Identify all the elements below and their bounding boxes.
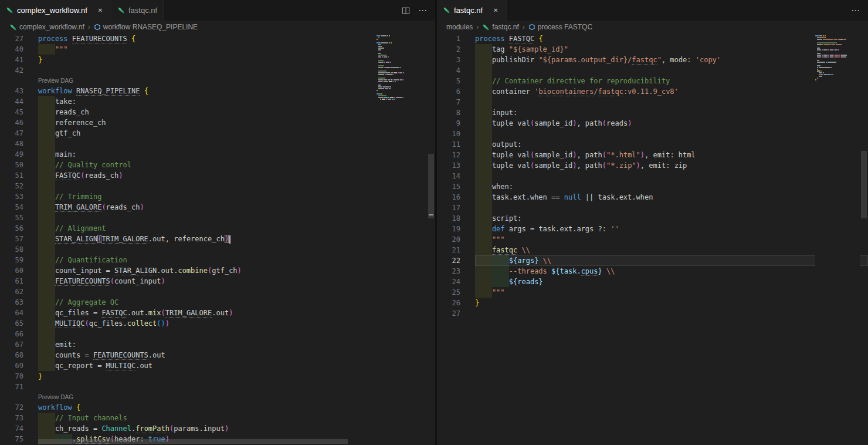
minimap[interactable] <box>377 33 427 445</box>
split-editor-icon[interactable] <box>402 6 410 15</box>
line-number: 66 <box>0 329 23 339</box>
code-line: 52 <box>0 181 435 191</box>
breadcrumb-item[interactable]: complex_workflow.nf <box>9 23 84 31</box>
code-content[interactable]: counts = FEATURECOUNTS.out <box>38 350 435 360</box>
code-line: 11output: <box>437 139 868 150</box>
code-content[interactable] <box>38 382 435 392</box>
minimap[interactable] <box>815 33 860 445</box>
codelens-link[interactable]: Preview DAG <box>38 392 73 402</box>
close-icon[interactable]: ✕ <box>491 6 500 15</box>
code-content[interactable] <box>475 308 868 319</box>
code-content[interactable]: """ <box>475 287 868 298</box>
code-content[interactable]: """ <box>38 44 435 55</box>
code-content[interactable]: container 'biocontainers/fastqc:v0.11.9_… <box>475 86 868 97</box>
line-number: 55 <box>0 213 23 223</box>
code-content[interactable]: } <box>475 298 868 308</box>
code-content[interactable]: """ <box>475 234 868 245</box>
code-content[interactable]: --threads ${task.cpus} \\ <box>475 266 868 277</box>
code-content[interactable]: task.ext.when == null || task.ext.when <box>475 192 868 203</box>
code-content[interactable]: fastqc \\ <box>475 245 868 255</box>
breadcrumb-label: workflow RNASEQ_PIPELINE <box>103 23 198 31</box>
code-content[interactable]: workflow RNASEQ_PIPELINE { <box>38 86 435 96</box>
code-content[interactable]: } <box>38 371 435 382</box>
vertical-scrollbar[interactable] <box>427 33 435 445</box>
code-content[interactable]: // Input channels <box>38 413 435 423</box>
code-content[interactable]: qc_report = MULTIQC.out <box>38 360 435 371</box>
breadcrumb: modules›fastqc.nf›process FASTQC <box>437 21 868 33</box>
code-content[interactable]: tuple val(sample_id), path("*.zip"), emi… <box>475 160 868 171</box>
code-content[interactable]: input: <box>475 107 868 118</box>
code-content[interactable]: workflow { <box>38 402 435 413</box>
code-content[interactable]: process FEATURECOUNTS { <box>38 33 435 44</box>
code-content[interactable] <box>38 329 435 339</box>
code-content[interactable] <box>475 97 868 107</box>
code-content[interactable]: ${args} \\ <box>475 255 868 266</box>
code-content[interactable]: // Container directive for reproducibili… <box>475 76 868 86</box>
code-content[interactable] <box>475 65 868 76</box>
code-content[interactable] <box>475 129 868 139</box>
code-content[interactable]: MULTIQC(qc_files.collect()) <box>38 318 435 329</box>
more-icon[interactable]: ⋯ <box>851 6 860 15</box>
scrollbar-slider[interactable] <box>861 151 867 218</box>
code-content[interactable] <box>38 244 435 255</box>
code-content[interactable] <box>38 139 435 149</box>
code-content[interactable]: count_input = STAR_ALIGN.out.combine(gtf… <box>38 265 435 276</box>
code-content[interactable]: main: <box>38 149 435 160</box>
code-content[interactable] <box>475 171 868 181</box>
tab-complex_workflow.nf[interactable]: complex_workflow.nf✕ <box>0 0 111 21</box>
code-content[interactable] <box>38 286 435 297</box>
code-content[interactable]: // Quality control <box>38 160 435 170</box>
code-content[interactable]: reads_ch <box>38 107 435 117</box>
code-content[interactable]: emit: <box>38 339 435 350</box>
code-content[interactable]: STAR_ALIGN(TRIM_GALORE.out, reference_ch… <box>38 234 435 244</box>
code-content[interactable]: // Trimming <box>38 191 435 202</box>
code-content[interactable]: def args = task.ext.args ?: '' <box>475 224 868 234</box>
code-content[interactable]: take: <box>38 96 435 107</box>
line-number: 56 <box>0 223 23 234</box>
code-content[interactable] <box>475 203 868 213</box>
line-number: 2 <box>437 44 460 55</box>
editor[interactable]: 27process FEATURECOUNTS {40"""41}42Previ… <box>0 33 435 445</box>
code-content[interactable]: gtf_ch <box>38 128 435 139</box>
codelens-link[interactable]: Preview DAG <box>38 76 73 86</box>
code-content[interactable]: process FASTQC { <box>475 33 868 44</box>
tab-fastqc.nf[interactable]: fastqc.nf✕ <box>437 0 507 21</box>
breadcrumb-item[interactable]: process FASTQC <box>528 23 592 31</box>
breadcrumb-item[interactable]: fastqc.nf <box>482 23 518 31</box>
code-content[interactable]: ch_reads = Channel.fromPath(params.input… <box>38 423 435 434</box>
code-content[interactable]: tuple val(sample_id), path("*.html"), em… <box>475 150 868 160</box>
code-content[interactable]: when: <box>475 181 868 192</box>
code-content[interactable]: // Aggregate QC <box>38 297 435 308</box>
code-content[interactable]: FEATURECOUNTS(count_input) <box>38 276 435 286</box>
breadcrumb-item[interactable]: modules <box>446 23 473 31</box>
code-content[interactable]: reference_ch <box>38 117 435 128</box>
code-content[interactable]: script: <box>475 213 868 224</box>
code-content[interactable]: // Quantification <box>38 255 435 265</box>
breadcrumb-item[interactable]: workflow RNASEQ_PIPELINE <box>94 23 198 31</box>
code-content[interactable]: tuple val(sample_id), path(reads) <box>475 118 868 129</box>
code-content[interactable]: FASTQC(reads_ch) <box>38 170 435 181</box>
more-icon[interactable]: ⋯ <box>418 6 427 15</box>
code-content[interactable]: } <box>38 55 435 65</box>
scrollbar-slider[interactable] <box>428 154 434 218</box>
close-icon[interactable]: ✕ <box>96 6 105 15</box>
line-number: 69 <box>0 360 23 371</box>
line-number: 70 <box>0 371 23 382</box>
code-content[interactable]: qc_files = FASTQC.out.mix(TRIM_GALORE.ou… <box>38 308 435 318</box>
code-content[interactable]: TRIM_GALORE(reads_ch) <box>38 202 435 213</box>
horizontal-scrollbar[interactable] <box>38 439 348 444</box>
vertical-scrollbar[interactable] <box>860 33 868 445</box>
code-content[interactable] <box>38 213 435 223</box>
code-line: 42 <box>0 65 435 76</box>
code-content[interactable] <box>38 181 435 191</box>
code-content[interactable]: ${reads} <box>475 277 868 287</box>
code-content[interactable]: // Alignment <box>38 223 435 234</box>
line-number: 47 <box>0 128 23 139</box>
code-content[interactable]: publishDir "${params.output_dir}/fastqc"… <box>475 55 868 65</box>
editor[interactable]: 1process FASTQC {2tag "${sample_id}"3pub… <box>437 33 868 445</box>
code-line: 40""" <box>0 44 435 55</box>
code-content[interactable] <box>38 65 435 76</box>
code-content[interactable]: tag "${sample_id}" <box>475 44 868 55</box>
code-content[interactable]: output: <box>475 139 868 150</box>
tab-fastqc.nf[interactable]: fastqc.nf <box>111 0 164 21</box>
